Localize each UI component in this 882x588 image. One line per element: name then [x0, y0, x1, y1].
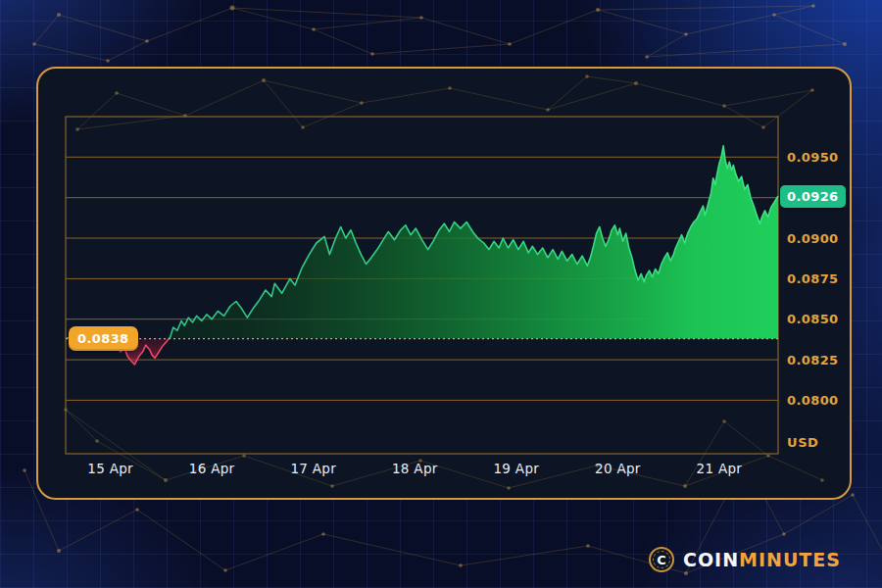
x-tick-label: 18 Apr [392, 461, 438, 476]
x-tick-label: 20 Apr [595, 461, 641, 476]
chart-panel: 0.09500.09000.08750.08500.08250.080015 A… [36, 67, 852, 500]
y-tick-label: 0.0900 [787, 231, 839, 246]
coinminutes-logo: C COINMINUTES [649, 547, 841, 572]
y-tick-label: 0.0825 [787, 353, 839, 368]
logo-text: COINMINUTES [683, 549, 841, 570]
up-area [169, 146, 778, 339]
baseline-badge: 0.0838 [69, 326, 138, 351]
x-tick-label: 17 Apr [290, 461, 336, 476]
price-chart: 0.09500.09000.08750.08500.08250.080015 A… [38, 69, 850, 498]
y-tick-label: 0.0875 [787, 271, 839, 286]
y-tick-label: 0.0800 [787, 393, 839, 408]
logo-text-coin: COIN [683, 549, 739, 570]
currency-label: USD [787, 435, 819, 450]
y-tick-label: 0.0850 [787, 312, 839, 326]
logo-text-minutes: MINUTES [739, 549, 841, 570]
last-price-badge: 0.0926 [780, 185, 846, 208]
coin-icon-letter: C [657, 554, 666, 566]
x-tick-label: 15 Apr [87, 461, 133, 476]
coin-icon: C [649, 547, 674, 572]
y-tick-label: 0.0950 [787, 150, 839, 165]
x-tick-label: 16 Apr [189, 461, 235, 476]
x-tick-label: 19 Apr [493, 461, 539, 476]
x-tick-label: 21 Apr [697, 461, 743, 476]
